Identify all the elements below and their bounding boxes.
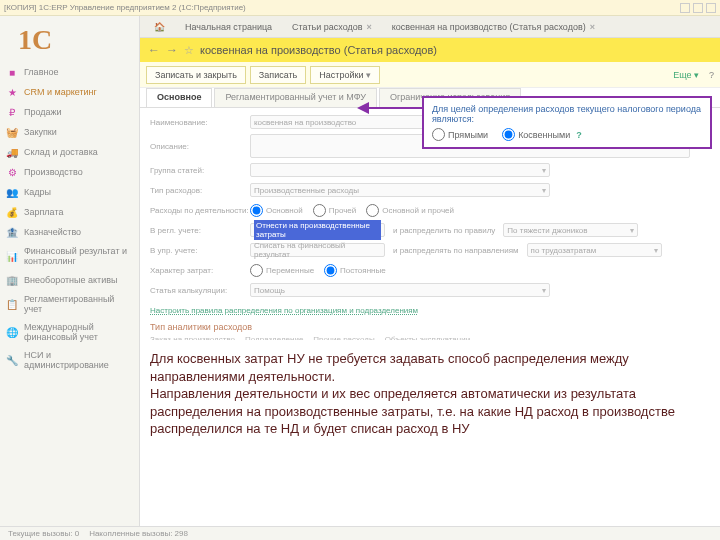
nav-icon: ⚙ [6,166,18,178]
help-icon[interactable]: ? [576,130,582,140]
window-titlebar: [КОПИЯ] 1С:ERP Управление предприятием 2… [0,0,720,16]
desc-label: Описание: [150,142,250,151]
bc-home[interactable]: Начальная страница [175,19,282,35]
sidebar-item[interactable]: 🚚Склад и доставка [0,142,139,162]
sidebar-item[interactable]: 👥Кадры [0,182,139,202]
direct-radio[interactable]: Прямыми [432,128,488,141]
sidebar-item-label: Регламентированный учет [24,294,133,314]
regl-field[interactable]: Отнести на производственные затраты [250,223,385,237]
calc-label: Статья калькуляции: [150,286,250,295]
window-title: [КОПИЯ] 1С:ERP Управление предприятием 2… [4,3,246,12]
distr-rule-1-field[interactable]: По тяжести джоников▾ [503,223,638,237]
sidebar-item-label: Продажи [24,107,62,117]
forward-icon[interactable]: → [166,43,178,57]
content-area: 🏠 Начальная страница Статьи расходов × к… [140,16,720,540]
activity-other-radio[interactable]: Прочей [313,204,357,217]
activity-main-radio[interactable]: Основной [250,204,303,217]
sidebar-item[interactable]: 🌐Международный финансовый учет [0,318,139,346]
sidebar-item[interactable]: 📋Регламентированный учет [0,290,139,318]
nav-icon: ■ [6,66,18,78]
sidebar-item[interactable]: 🔧НСИ и администрирование [0,346,139,374]
activities-radio-group: Основной Прочей Основной и прочей [250,204,454,217]
tab-main[interactable]: Основное [146,88,212,107]
status-accum: Накопленные вызовы: 298 [89,529,188,538]
type-field[interactable]: Производственные расходы▾ [250,183,550,197]
close-icon[interactable]: × [590,22,595,32]
nav-icon: ★ [6,86,18,98]
nav-icon: 📊 [6,250,18,262]
sidebar-item-label: Зарплата [24,207,63,217]
indirect-radio[interactable]: Косвенными? [502,128,582,141]
home-icon[interactable]: 🏠 [144,19,175,35]
sidebar-item[interactable]: 📊Финансовый результат и контроллинг [0,242,139,270]
sidebar-item-label: Производство [24,167,83,177]
nav-icon: 💰 [6,206,18,218]
app-logo: 1C [0,22,139,62]
sidebar-item[interactable]: 🧺Закупки [0,122,139,142]
group-label: Группа статей: [150,166,250,175]
analytic-header: Тип аналитики расходов [150,322,710,332]
nav-icon: 🏢 [6,274,18,286]
mgmt-label: В упр. учете: [150,246,250,255]
sidebar-item-label: НСИ и администрирование [24,350,133,370]
close-icon[interactable]: × [367,22,372,32]
nav-icon: 👥 [6,186,18,198]
sidebar-item-label: Склад и доставка [24,147,98,157]
toolbar: Записать и закрыть Записать Настройки Ещ… [140,62,720,88]
sidebar-item[interactable]: 💰Зарплата [0,202,139,222]
bc-tab2[interactable]: косвенная на производство (Статья расход… [382,19,605,35]
nav-icon: 🚚 [6,146,18,158]
more-button[interactable]: Еще ▾ [673,70,699,80]
sidebar-item-label: Кадры [24,187,51,197]
maximize-icon[interactable] [693,3,703,13]
nav-icon: ₽ [6,106,18,118]
sidebar-item-label: Международный финансовый учет [24,322,133,342]
minimize-icon[interactable] [680,3,690,13]
sidebar-item-label: Внеоборотные активы [24,275,117,285]
tab-regl[interactable]: Регламентированный учет и МФУ [214,88,377,107]
status-current: Текущие вызовы: 0 [8,529,79,538]
activity-both-radio[interactable]: Основной и прочей [366,204,454,217]
sidebar-item-label: CRM и маркетинг [24,87,97,97]
name-label: Наименование: [150,118,250,127]
tax-period-callout: Для целей определения расходов текущего … [422,96,712,149]
sidebar-item-label: Казначейство [24,227,81,237]
save-button[interactable]: Записать [250,66,306,84]
nav-icon: 🔧 [6,354,18,366]
breadcrumb: 🏠 Начальная страница Статьи расходов × к… [140,16,720,38]
mgmt-field[interactable]: Списать на финансовый результат [250,243,385,257]
nav-icon: 🏦 [6,226,18,238]
help-icon[interactable]: ? [709,70,714,80]
callout-title: Для целей определения расходов текущего … [432,104,702,124]
sidebar-item-label: Главное [24,67,58,77]
sidebar-item-label: Финансовый результат и контроллинг [24,246,133,266]
distr-label-2: и распределять по направлениям [393,246,519,255]
char-fixed-radio[interactable]: Постоянные [324,264,386,277]
distr-label-1: и распределить по правилу [393,226,495,235]
sidebar: 1C ■Главное★CRM и маркетинг₽Продажи🧺Заку… [0,16,140,540]
settings-button[interactable]: Настройки [310,66,380,84]
back-icon[interactable]: ← [148,43,160,57]
sidebar-item[interactable]: ₽Продажи [0,102,139,122]
activities-label: Расходы по деятельности: [150,206,250,215]
distr-rule-2-field[interactable]: по трудозатратам▾ [527,243,662,257]
char-radio-group: Переменные Постоянные [250,264,386,277]
char-label: Характер затрат: [150,266,250,275]
sidebar-item[interactable]: 🏦Казначейство [0,222,139,242]
sidebar-item[interactable]: ■Главное [0,62,139,82]
sidebar-item[interactable]: ★CRM и маркетинг [0,82,139,102]
nav-icon: 📋 [6,298,18,310]
regl-label: В регл. учете: [150,226,250,235]
bc-tab1[interactable]: Статьи расходов × [282,19,382,35]
calc-field[interactable]: Помощь▾ [250,283,550,297]
group-field[interactable]: ▾ [250,163,550,177]
distribution-settings-link[interactable]: Настроить правила распределения по орган… [150,306,418,315]
save-close-button[interactable]: Записать и закрыть [146,66,246,84]
page-title: косвенная на производство (Статья расход… [200,44,437,56]
sidebar-item[interactable]: ⚙Производство [0,162,139,182]
favorite-icon[interactable]: ☆ [184,44,194,57]
close-icon[interactable] [706,3,716,13]
sidebar-item[interactable]: 🏢Внеоборотные активы [0,270,139,290]
char-variable-radio[interactable]: Переменные [250,264,314,277]
callout-arrow-icon [355,94,425,124]
